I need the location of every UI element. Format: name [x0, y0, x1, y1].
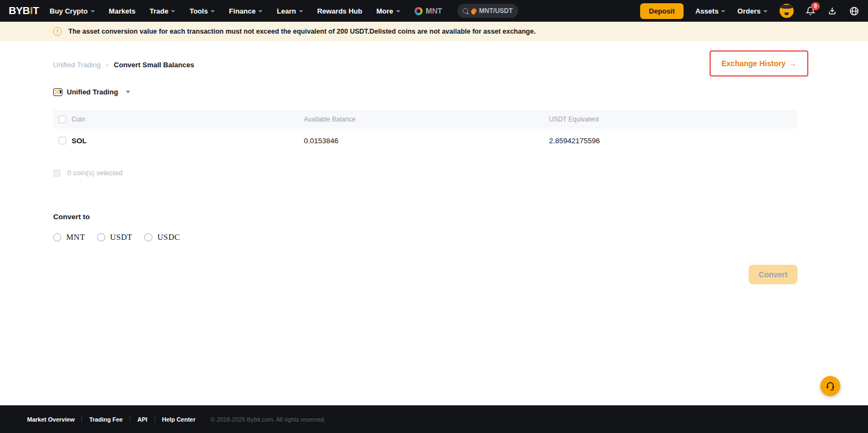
download-app-button[interactable]: [827, 6, 837, 16]
caret-down-icon: [126, 91, 130, 93]
radio-option-usdt[interactable]: USDT: [97, 233, 132, 242]
coin-name: SOL: [72, 137, 87, 145]
selection-count-text: 0 coin(s) selected: [67, 169, 123, 177]
footer-link-trading-fee[interactable]: Trading Fee: [89, 416, 123, 423]
warning-text: The asset conversion value for each tran…: [68, 28, 535, 35]
download-icon: [827, 6, 837, 16]
chevron-down-icon: [299, 10, 303, 12]
nav-finance[interactable]: Finance: [229, 7, 263, 15]
radio-option-mnt[interactable]: MNT: [53, 233, 85, 242]
account-selector-label: Unified Trading: [67, 88, 118, 96]
footer-link-help-center[interactable]: Help Center: [162, 416, 196, 423]
nav-more[interactable]: More: [376, 7, 400, 15]
search-placeholder-text: MNT/USDT: [479, 7, 513, 15]
red-highlight-annotation: Exchange History →: [710, 50, 808, 77]
table-header-row: Coin Available Balance USDT Equivalent: [53, 110, 797, 129]
mnt-token-label: MNT: [426, 7, 442, 15]
footer: Market Overview Trading Fee API Help Cen…: [0, 405, 868, 433]
nav-orders[interactable]: Orders: [737, 7, 768, 15]
main-nav: Buy Crypto Markets Trade Tools Finance L…: [50, 7, 400, 15]
radio-icon: [144, 233, 152, 241]
breadcrumb: Unified Trading › Convert Small Balances: [53, 61, 194, 69]
user-avatar[interactable]: [780, 4, 794, 18]
radio-icon: [97, 233, 105, 241]
convert-button[interactable]: Convert: [749, 265, 797, 284]
footer-link-api[interactable]: API: [137, 416, 147, 423]
warning-banner: ! The asset conversion value for each tr…: [0, 22, 868, 41]
globe-icon: [849, 6, 859, 16]
search-icon: [463, 8, 469, 14]
nav-learn[interactable]: Learn: [277, 7, 303, 15]
footer-link-market-overview[interactable]: Market Overview: [27, 416, 74, 423]
account-selector[interactable]: Unified Trading: [53, 88, 797, 96]
flame-icon: [470, 7, 478, 15]
nav-buy-crypto[interactable]: Buy Crypto: [50, 7, 95, 15]
selection-summary: 0 coin(s) selected: [53, 169, 797, 177]
page-title: Convert Small Balances: [114, 61, 194, 69]
language-globe-button[interactable]: [849, 6, 859, 16]
topbar-right-controls: Deposit Assets Orders 9: [640, 3, 859, 19]
mnt-token-ticker[interactable]: MNT: [414, 7, 442, 15]
unified-trading-icon: [53, 88, 62, 96]
usdt-equivalent-value: 2.85942175596: [549, 137, 600, 145]
column-header-usdt-equivalent: USDT Equivalent: [549, 116, 599, 123]
column-header-coin: Coin: [72, 116, 85, 123]
logo-text-suffix: T: [33, 5, 39, 17]
nav-tools[interactable]: Tools: [189, 7, 215, 15]
nav-trade[interactable]: Trade: [150, 7, 176, 15]
divider: [155, 416, 155, 422]
logo-accent: I: [30, 5, 33, 17]
column-header-available-balance: Available Balance: [304, 116, 355, 123]
top-navigation-bar: BYBIT Buy Crypto Markets Trade Tools Fin…: [0, 0, 868, 22]
nav-markets[interactable]: Markets: [109, 7, 136, 15]
deposit-button[interactable]: Deposit: [640, 3, 684, 19]
divider: [81, 416, 82, 422]
main-content: Unified Trading › Convert Small Balances…: [0, 41, 868, 405]
convert-to-section: Convert to MNT USDT USDC: [53, 213, 797, 242]
chevron-down-icon: [258, 10, 263, 12]
radio-icon: [53, 233, 61, 241]
nav-assets[interactable]: Assets: [695, 7, 726, 15]
search-input[interactable]: MNT/USDT: [457, 4, 518, 18]
mnt-token-icon: [414, 7, 423, 15]
selection-checkbox-disabled: [53, 169, 61, 177]
chevron-down-icon: [210, 10, 215, 12]
notification-badge: 9: [811, 2, 820, 10]
table-row: SOL 0.0153846 2.85942175596: [53, 129, 797, 152]
available-balance-value: 0.0153846: [304, 137, 339, 145]
copyright-text: © 2018-2025 Bybit.com. All rights reserv…: [210, 416, 326, 423]
convert-to-options: MNT USDT USDC: [53, 233, 797, 242]
chevron-down-icon: [763, 10, 768, 12]
convert-to-label: Convert to: [53, 213, 797, 221]
chevron-down-icon: [396, 10, 400, 12]
balances-table: Coin Available Balance USDT Equivalent S…: [53, 110, 797, 152]
breadcrumb-separator-icon: ›: [106, 61, 108, 69]
row-checkbox-sol[interactable]: [59, 137, 66, 144]
chevron-down-icon: [171, 10, 175, 12]
footer-links: Market Overview Trading Fee API Help Cen…: [27, 416, 195, 423]
bybit-logo[interactable]: BYBIT: [9, 5, 39, 17]
warning-icon: !: [53, 27, 62, 36]
select-all-checkbox[interactable]: [59, 116, 66, 123]
breadcrumb-unified-trading[interactable]: Unified Trading: [53, 61, 100, 69]
chevron-down-icon: [721, 10, 725, 12]
support-chat-button[interactable]: [820, 376, 840, 396]
nav-rewards-hub[interactable]: Rewards Hub: [317, 7, 362, 15]
notifications-button[interactable]: 9: [806, 6, 815, 16]
page: BYBIT Buy Crypto Markets Trade Tools Fin…: [0, 0, 868, 433]
exchange-history-link[interactable]: Exchange History →: [722, 59, 796, 68]
chevron-down-icon: [91, 10, 95, 12]
breadcrumb-row: Unified Trading › Convert Small Balances…: [53, 41, 797, 75]
arrow-right-icon: →: [789, 59, 796, 68]
logo-text: BYB: [9, 5, 30, 17]
divider: [130, 416, 130, 422]
headset-icon: [825, 381, 835, 391]
radio-option-usdc[interactable]: USDC: [144, 233, 180, 242]
